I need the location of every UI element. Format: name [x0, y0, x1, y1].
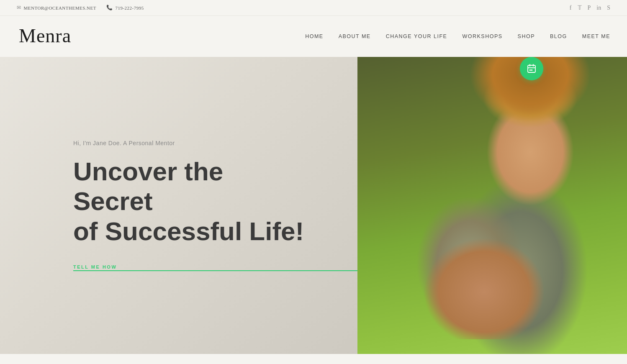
- nav-change[interactable]: CHANGE YOUR LIFE: [386, 33, 447, 39]
- phone-number: 719-222-7995: [115, 5, 144, 10]
- phone-contact: 📞 719-222-7995: [106, 5, 144, 11]
- email-icon: ✉: [17, 5, 21, 11]
- nav-blog[interactable]: BLOG: [550, 33, 567, 39]
- hero-content: Hi, I'm Jane Doe. A Personal Mentor Unco…: [0, 57, 389, 354]
- email-contact: ✉ MENTOR@OCEANTHEMES.NET: [17, 5, 96, 11]
- email-address: MENTOR@OCEANTHEMES.NET: [24, 5, 96, 10]
- main-nav: HOME ABOUT ME CHANGE YOUR LIFE WORKSHOPS…: [305, 33, 610, 39]
- nav-about[interactable]: ABOUT ME: [339, 33, 371, 39]
- pinterest-icon[interactable]: P: [588, 5, 591, 11]
- nav-home[interactable]: HOME: [305, 33, 324, 39]
- top-bar: ✉ MENTOR@OCEANTHEMES.NET 📞 719-222-7995 …: [0, 0, 627, 16]
- logo-svg: Menra: [17, 23, 84, 46]
- hero-section: Hi, I'm Jane Doe. A Personal Mentor Unco…: [0, 57, 627, 354]
- header: Menra HOME ABOUT ME CHANGE YOUR LIFE WOR…: [0, 16, 627, 57]
- svg-rect-1: [528, 65, 535, 72]
- skype-icon[interactable]: S: [607, 5, 610, 11]
- nav-workshops[interactable]: WORKSHOPS: [462, 33, 502, 39]
- hero-person-image: [357, 57, 627, 354]
- nav-meet[interactable]: MEET ME: [582, 33, 610, 39]
- site-logo[interactable]: Menra: [17, 23, 84, 49]
- phone-icon: 📞: [106, 5, 113, 11]
- top-bar-contacts: ✉ MENTOR@OCEANTHEMES.NET 📞 719-222-7995: [17, 5, 144, 11]
- calendar-icon: [527, 64, 537, 74]
- facebook-icon[interactable]: f: [570, 5, 572, 11]
- nav-shop[interactable]: SHOP: [518, 33, 535, 39]
- calendar-button[interactable]: [520, 57, 543, 80]
- svg-text:Menra: Menra: [19, 25, 71, 46]
- svg-rect-6: [531, 69, 532, 71]
- linkedin-icon[interactable]: in: [596, 5, 601, 11]
- svg-rect-5: [529, 69, 531, 71]
- hero-subtitle: Hi, I'm Jane Doe. A Personal Mentor: [73, 140, 364, 146]
- twitter-icon[interactable]: 𝕋: [578, 4, 582, 11]
- hero-title-line2: of Successful Life!: [73, 217, 304, 246]
- hero-title-line1: Uncover the Secret: [73, 157, 223, 215]
- social-links: f 𝕋 P in S: [570, 4, 610, 11]
- hero-title: Uncover the Secret of Successful Life!: [73, 156, 308, 246]
- hero-cta-button[interactable]: TELL ME HOW: [73, 264, 364, 271]
